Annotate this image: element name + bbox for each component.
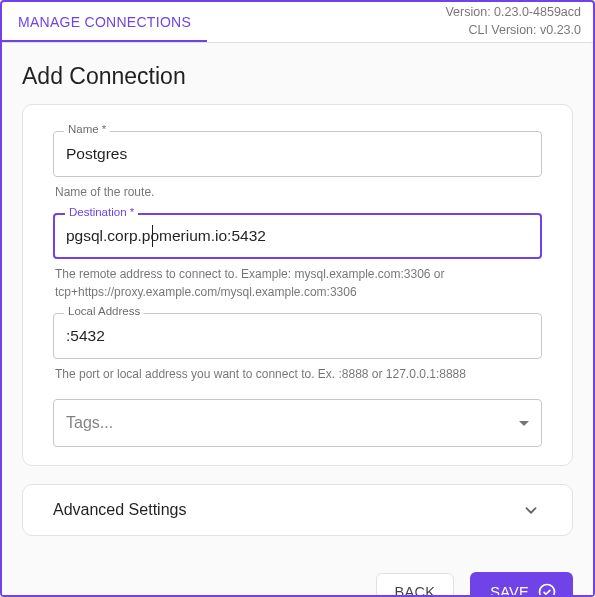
save-button-label: SAVE [490,584,529,595]
version-info: Version: 0.23.0-4859acd CLI Version: v0.… [445,2,581,39]
tab-manage-connections[interactable]: Manage Connections [2,2,207,42]
tags-placeholder: Tags... [66,414,113,432]
name-field-wrapper: Name * Name of the route. [53,131,542,201]
tags-select[interactable]: Tags... [53,399,542,447]
advanced-settings-label: Advanced Settings [53,501,186,519]
page-title: Add Connection [22,63,573,90]
name-input-border: Name * [53,131,542,177]
back-button[interactable]: BACK [376,573,455,595]
destination-field-wrapper: Destination * The remote address to conn… [53,213,542,301]
content-area: Add Connection Name * Name of the route.… [2,43,593,595]
app-frame: Manage Connections Version: 0.23.0-4859a… [0,0,595,597]
destination-input[interactable] [55,215,540,257]
name-input[interactable] [54,132,541,176]
connection-form-card: Name * Name of the route. Destination * … [22,104,573,466]
cli-version-label: CLI Version: v0.23.0 [445,22,581,40]
destination-input-border: Destination * [53,213,542,259]
destination-helper: The remote address to connect to. Exampl… [55,265,542,301]
name-label: Name * [64,124,110,136]
version-label: Version: 0.23.0-4859acd [445,4,581,22]
local-address-label: Local Address [64,306,144,318]
local-address-helper: The port or local address you want to co… [55,365,542,383]
local-address-input[interactable] [54,314,541,358]
name-helper: Name of the route. [55,183,542,201]
local-address-field-wrapper: Local Address The port or local address … [53,313,542,383]
save-button[interactable]: SAVE [470,572,573,595]
destination-label: Destination * [65,207,138,219]
header-bar: Manage Connections Version: 0.23.0-4859a… [2,2,593,43]
dropdown-arrow-icon [519,421,529,426]
advanced-settings-accordion[interactable]: Advanced Settings [22,484,573,536]
chevron-down-icon [520,499,542,521]
check-circle-icon [537,582,557,595]
form-footer: BACK SAVE [22,572,573,595]
local-address-input-border: Local Address [53,313,542,359]
